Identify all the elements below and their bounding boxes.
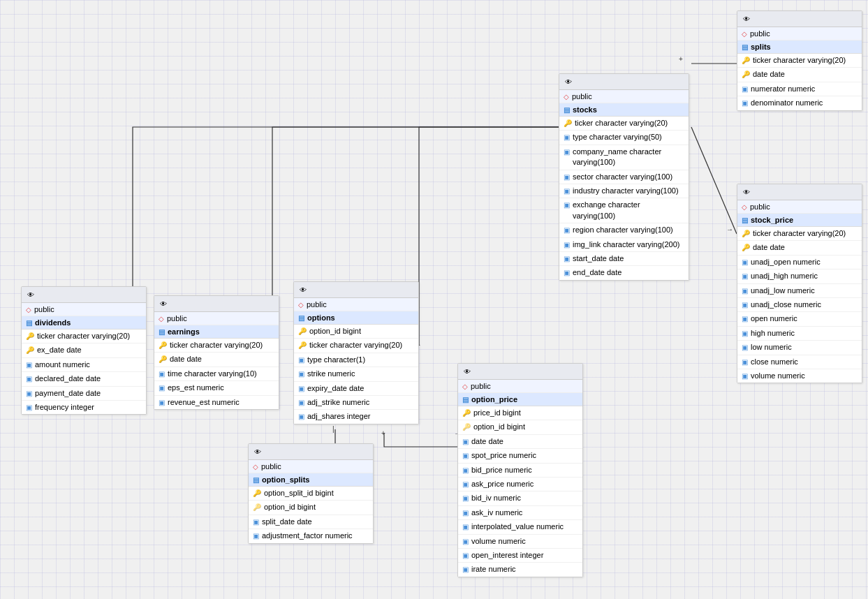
table-name-row: ▤splits [737, 40, 862, 54]
eye-icon[interactable]: 👁 [26, 290, 36, 300]
field-name: adj_strike numeric [307, 397, 369, 408]
eye-icon[interactable]: 👁 [159, 299, 168, 309]
key-icon: 🔑 [253, 489, 261, 498]
table-splits: 👁◇public▤splits🔑ticker character varying… [737, 10, 862, 111]
field-row: ▣bid_iv numeric [458, 491, 582, 505]
field-row: 🔑date date [154, 353, 279, 367]
schema-row: ◇public [737, 200, 862, 214]
table-card-header[interactable]: 👁 [559, 74, 689, 90]
field-row: ▣split_date date [249, 515, 373, 529]
field-name: irate numeric [471, 564, 516, 575]
field-row: ▣img_link character varying(200) [559, 238, 689, 252]
column-icon: ▣ [742, 286, 748, 296]
table-name-label: stock_price [751, 216, 793, 224]
column-icon: ▣ [742, 258, 748, 267]
field-name: ticker character varying(20) [309, 340, 402, 350]
column-icon: ▣ [564, 186, 570, 196]
field-name: industry character varying(100) [573, 186, 679, 196]
table-name-row: ▤option_splits [249, 473, 373, 487]
key-icon: 🔑 [159, 341, 167, 350]
table-icon: ▤ [298, 314, 304, 322]
field-row: ▣exchange character varying(100) [559, 198, 689, 223]
field-name: region character varying(100) [573, 225, 673, 235]
schema-name: public [572, 92, 592, 101]
eye-icon[interactable]: 👁 [564, 77, 573, 87]
field-name: adjustment_factor numeric [262, 531, 353, 541]
table-icon: ▤ [742, 216, 748, 224]
field-name: split_date date [262, 517, 312, 527]
field-name: date date [753, 69, 785, 80]
schema-name: public [750, 29, 770, 38]
key-icon: 🔑 [742, 229, 750, 239]
table-card-header[interactable]: 👁 [154, 296, 279, 312]
field-name: numerator numeric [751, 84, 815, 94]
table-card-header[interactable]: 👁 [458, 364, 582, 380]
schema-icon: ◇ [564, 93, 569, 101]
column-icon: ▣ [462, 537, 469, 547]
field-row: 🔑ticker character varying(20) [559, 117, 689, 131]
table-card-header[interactable]: 👁 [249, 444, 373, 460]
field-name: date date [471, 436, 503, 447]
field-name: option_id bigint [264, 502, 316, 512]
table-card-header[interactable]: 👁 [737, 11, 862, 27]
field-row: 🔑option_id bigint [294, 325, 418, 339]
column-icon: ▣ [564, 240, 570, 250]
field-name: time character varying(10) [168, 369, 257, 379]
column-icon: ▣ [298, 398, 304, 408]
field-row: ▣frequency integer [22, 401, 146, 414]
field-row: ▣interpolated_value numeric [458, 520, 582, 534]
table-icon: ▤ [253, 476, 259, 484]
key-icon: 🔑 [742, 56, 750, 66]
field-row: 🔑ticker character varying(20) [737, 54, 862, 68]
field-name: unadj_close numeric [751, 300, 821, 310]
field-name: declared_date date [35, 374, 101, 384]
table-option_splits: 👁◇public▤option_splits🔑option_split_id b… [248, 443, 374, 544]
field-name: type character varying(50) [573, 132, 662, 142]
table-name-label: option_price [471, 395, 517, 404]
column-icon: ▣ [462, 480, 469, 489]
schema-row: ◇public [737, 27, 862, 40]
field-name: img_link character varying(200) [573, 239, 679, 250]
field-name: revenue_est numeric [168, 397, 240, 408]
key-icon: 🔑 [298, 327, 307, 337]
column-icon: ▣ [26, 374, 32, 384]
column-icon: ▣ [742, 300, 748, 310]
eye-icon[interactable]: 👁 [742, 14, 751, 24]
schema-row: ◇public [294, 298, 418, 311]
field-name: sector character varying(100) [573, 172, 672, 182]
key-icon: 🔑 [462, 408, 471, 418]
field-name: ticker character varying(20) [753, 55, 846, 66]
eye-icon[interactable]: 👁 [742, 187, 751, 197]
field-row: 🔑price_id bigint [458, 406, 582, 420]
column-icon: ▣ [742, 371, 748, 381]
table-name-label: earnings [168, 327, 200, 336]
field-name: unadj_low numeric [751, 286, 815, 296]
eye-icon[interactable]: 👁 [298, 285, 308, 295]
column-icon: ▣ [298, 412, 304, 422]
column-icon: ▣ [253, 517, 259, 527]
table-stock_price: 👁◇public▤stock_price🔑ticker character va… [737, 184, 862, 383]
field-name: open numeric [751, 313, 797, 324]
schema-icon: ◇ [742, 203, 747, 211]
table-dividends: 👁◇public▤dividends🔑ticker character vary… [21, 286, 147, 415]
field-name: company_name character varying(100) [573, 147, 684, 168]
column-icon: ▣ [742, 357, 748, 367]
eye-icon[interactable]: 👁 [462, 367, 472, 376]
table-name-row: ▤earnings [154, 325, 279, 339]
field-row: ▣industry character varying(100) [559, 184, 689, 198]
field-row: ▣sector character varying(100) [559, 170, 689, 184]
table-card-header[interactable]: 👁 [737, 184, 862, 200]
field-row: ▣spot_price numeric [458, 449, 582, 463]
field-row: ▣denominator numeric [737, 96, 862, 110]
field-row: 🔑ticker character varying(20) [294, 339, 418, 353]
schema-row: ◇public [249, 460, 373, 473]
column-icon: ▣ [742, 314, 748, 324]
column-icon: ▣ [462, 551, 469, 561]
key-icon: 🔑 [253, 503, 261, 512]
table-card-header[interactable]: 👁 [22, 287, 146, 303]
eye-icon[interactable]: 👁 [253, 447, 263, 457]
field-name: adj_shares integer [307, 411, 371, 422]
column-icon: ▣ [564, 172, 570, 182]
table-card-header[interactable]: 👁 [294, 282, 418, 298]
field-name: volume numeric [471, 536, 526, 547]
